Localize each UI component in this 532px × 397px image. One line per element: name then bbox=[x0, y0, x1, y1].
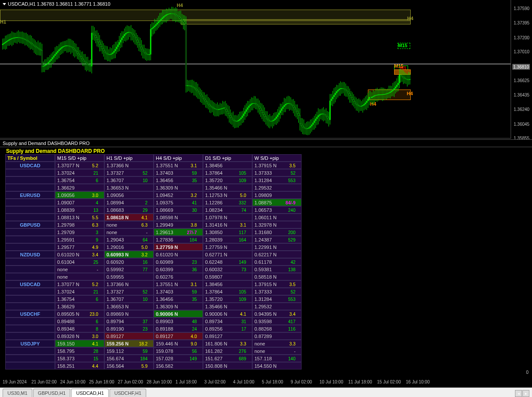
dash-cell[interactable]: 1.299493.8 bbox=[154, 221, 203, 228]
cell-symbol[interactable]: USDCHF bbox=[5, 310, 55, 318]
dash-cell[interactable]: 158.79528 bbox=[55, 347, 104, 355]
dash-cell[interactable]: 1.3645635 bbox=[154, 295, 203, 303]
dash-cell[interactable]: 1.29532 bbox=[252, 303, 302, 310]
dash-cell[interactable]: 1.3702421 bbox=[55, 169, 104, 176]
dash-cell[interactable]: 1.38456 bbox=[203, 162, 252, 169]
dash-cell[interactable]: 1.367546 bbox=[55, 176, 104, 184]
dash-cell[interactable]: 0.90006 N4.1 bbox=[203, 310, 252, 318]
dash-cell[interactable]: 0.89869 N bbox=[104, 310, 154, 318]
dash-cell[interactable]: 0.89127 bbox=[104, 332, 154, 340]
dash-cell[interactable]: 1.090563.0 bbox=[55, 191, 104, 199]
dash-cell[interactable]: 156.582 bbox=[154, 362, 203, 369]
dash-cell[interactable]: 1.36309 N bbox=[154, 303, 203, 310]
dash-cell[interactable]: 1.3733352 bbox=[252, 288, 302, 295]
dash-cell[interactable]: 0.58518 N bbox=[252, 273, 302, 280]
dash-cell[interactable]: 0.88268116 bbox=[252, 325, 302, 332]
dash-cell[interactable]: 1.0887584/-9 bbox=[252, 199, 302, 206]
dash-cell[interactable]: 1.12286332 bbox=[203, 199, 252, 206]
dash-cell[interactable]: 1.24387529 bbox=[252, 236, 302, 243]
chart-tab[interactable]: US30,M1 bbox=[3, 389, 32, 397]
dash-cell[interactable]: 0.60993 N3.2 bbox=[104, 251, 154, 258]
dash-cell[interactable]: 1.090074 bbox=[55, 199, 104, 206]
dash-cell[interactable]: 1.37551 N3.1 bbox=[154, 280, 203, 288]
dash-cell[interactable]: 0.61020 N bbox=[154, 251, 203, 258]
dash-cell[interactable]: 1.09056 bbox=[104, 191, 154, 199]
dash-cell[interactable]: 0.6039936 bbox=[154, 266, 203, 273]
dash-cell[interactable]: 1.06011 N bbox=[252, 214, 302, 221]
dash-cell[interactable]: 1.0937541 bbox=[154, 199, 203, 206]
dash-cell[interactable]: 1.36629 bbox=[55, 303, 104, 310]
dash-cell[interactable]: 1.36629 bbox=[55, 184, 104, 191]
dash-cell[interactable]: 1.3740359 bbox=[154, 288, 203, 295]
dash-cell[interactable]: 1.36653 N bbox=[104, 184, 154, 191]
dash-cell[interactable]: 159.1504.1 bbox=[55, 340, 104, 347]
dash-cell[interactable]: 158.37315 bbox=[55, 355, 104, 362]
dash-cell[interactable]: 0.62771 N bbox=[203, 251, 252, 258]
dash-cell[interactable]: 1.36653 N bbox=[104, 303, 154, 310]
dash-cell[interactable]: 0.891274.0 bbox=[154, 332, 203, 340]
dash-cell[interactable]: 159.11259 bbox=[104, 347, 154, 355]
dash-cell[interactable]: 0.894886 bbox=[55, 318, 104, 325]
dash-cell[interactable]: 0.6100425 bbox=[55, 258, 104, 266]
dash-cell[interactable]: 0.62217 N bbox=[252, 251, 302, 258]
dash-cell[interactable]: 0.90006 N bbox=[154, 310, 203, 318]
dash-cell[interactable]: 1.35720109 bbox=[203, 295, 252, 303]
dash-cell[interactable]: 1.27759 N bbox=[203, 243, 252, 251]
dash-cell[interactable]: 1.3702421 bbox=[55, 288, 104, 295]
dash-cell[interactable]: 1.30850117 bbox=[203, 228, 252, 236]
dash-cell[interactable]: 1.3732752 bbox=[104, 169, 154, 176]
dash-cell[interactable]: 0.6092016 bbox=[104, 258, 154, 266]
dash-cell[interactable]: 1.38456 bbox=[203, 280, 252, 288]
dash-cell[interactable]: 0.6117842 bbox=[252, 258, 302, 266]
dash-cell[interactable]: 0.8990348 bbox=[154, 318, 203, 325]
dash-cell[interactable]: 1.07978 N bbox=[203, 214, 252, 221]
dash-cell[interactable]: 1.0823474 bbox=[203, 206, 252, 214]
dash-cell[interactable]: 0.8918824 bbox=[154, 325, 203, 332]
dash-cell[interactable]: 1.3645635 bbox=[154, 176, 203, 184]
dash-cell[interactable]: 1.37864105 bbox=[203, 288, 252, 295]
dash-cell[interactable]: 156.5645.9 bbox=[104, 362, 154, 369]
dash-cell[interactable]: 1.37864105 bbox=[203, 169, 252, 176]
dash-cell[interactable]: 1.0868329 bbox=[104, 206, 154, 214]
dash-cell[interactable]: 1.08813 N5.5 bbox=[55, 214, 104, 221]
chart-tab[interactable]: GBPUSD,H1 bbox=[33, 389, 71, 397]
dash-cell[interactable]: 1.22991 N bbox=[252, 243, 302, 251]
dash-cell[interactable]: 0.8925617 bbox=[203, 325, 252, 332]
dash-cell[interactable]: 0.62248149 bbox=[203, 258, 252, 266]
dash-cell[interactable]: 1.3732752 bbox=[104, 288, 154, 295]
tab-scroll-right[interactable]: ▸ bbox=[522, 390, 529, 397]
dash-cell[interactable]: 1.31416 N3.1 bbox=[203, 221, 252, 228]
dash-cell[interactable]: 1.37077 N5.2 bbox=[55, 280, 104, 288]
dash-cell[interactable]: 0.59381138 bbox=[252, 266, 302, 273]
dash-cell[interactable]: 0.94395 N3.4 bbox=[252, 310, 302, 318]
dash-cell[interactable]: 1.36309 N bbox=[154, 184, 203, 191]
dash-cell[interactable]: 1.31284553 bbox=[252, 176, 302, 184]
dash-cell[interactable]: 1.08618 N4.1 bbox=[104, 214, 154, 221]
dash-cell[interactable]: none bbox=[55, 273, 104, 280]
cell-symbol[interactable]: GBPUSD bbox=[5, 221, 55, 228]
dash-cell[interactable]: 159.256 N18.2 bbox=[104, 340, 154, 347]
dash-cell[interactable]: 0.89127 bbox=[203, 332, 252, 340]
dash-cell[interactable]: 151.627689 bbox=[203, 355, 252, 362]
dash-cell[interactable]: 1.31284553 bbox=[252, 295, 302, 303]
dash-cell[interactable]: 0.59807 bbox=[203, 273, 252, 280]
cell-symbol[interactable]: USDJPY bbox=[5, 340, 55, 347]
dash-cell[interactable]: 0.8973431 bbox=[203, 318, 252, 325]
dash-cell[interactable]: 0.6003273 bbox=[203, 266, 252, 273]
dash-cell[interactable]: 157.118140 bbox=[252, 355, 302, 362]
dash-cell[interactable]: 1.295919 bbox=[55, 236, 104, 243]
dash-cell[interactable]: 1.297986.3 bbox=[55, 221, 104, 228]
dash-cell[interactable]: 1.28039164 bbox=[203, 236, 252, 243]
dash-cell[interactable]: 1.0883913 bbox=[55, 206, 104, 214]
dash-cell[interactable]: none- bbox=[55, 266, 104, 273]
dash-cell[interactable]: 1.31680200 bbox=[252, 228, 302, 236]
chart-tab[interactable]: USDCHF,H1 bbox=[110, 389, 146, 397]
dash-cell[interactable]: 159.446 N9.0 bbox=[154, 340, 203, 347]
dash-cell[interactable]: 1.27836184 bbox=[154, 236, 203, 243]
dash-cell[interactable]: 0.8979437 bbox=[104, 318, 154, 325]
cell-symbol[interactable]: EURUSD bbox=[5, 191, 55, 199]
dash-cell[interactable]: none- bbox=[252, 347, 302, 355]
dash-cell[interactable]: 1.35466 N bbox=[203, 184, 252, 191]
dash-cell[interactable]: 1.2961327/-7 bbox=[154, 228, 203, 236]
dash-cell[interactable]: 1.06573240 bbox=[252, 206, 302, 214]
